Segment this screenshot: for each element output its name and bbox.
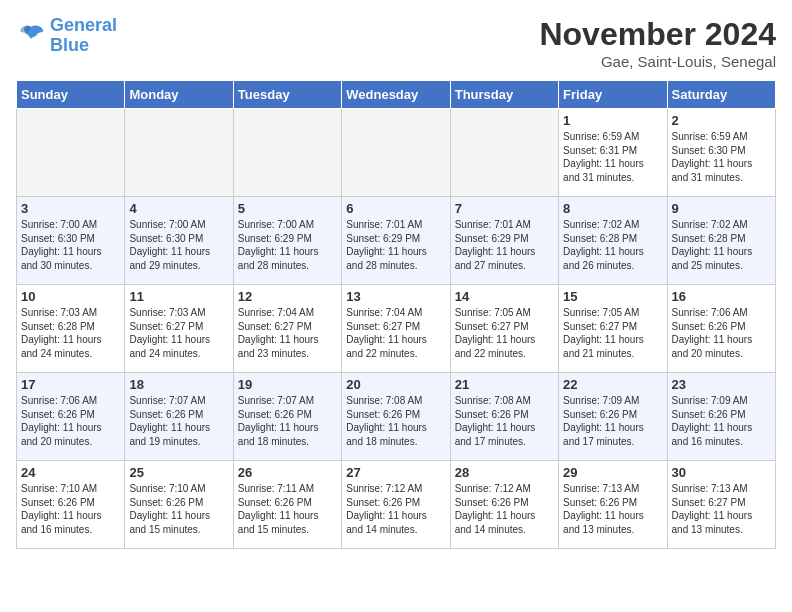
day-number: 5 (238, 201, 337, 216)
calendar-cell: 2Sunrise: 6:59 AMSunset: 6:30 PMDaylight… (667, 109, 775, 197)
day-info: Sunrise: 7:00 AMSunset: 6:29 PMDaylight:… (238, 218, 337, 272)
month-title: November 2024 (539, 16, 776, 53)
day-info: Sunrise: 7:05 AMSunset: 6:27 PMDaylight:… (563, 306, 662, 360)
calendar-week-row: 24Sunrise: 7:10 AMSunset: 6:26 PMDayligh… (17, 461, 776, 549)
day-info: Sunrise: 7:12 AMSunset: 6:26 PMDaylight:… (346, 482, 445, 536)
calendar-cell: 20Sunrise: 7:08 AMSunset: 6:26 PMDayligh… (342, 373, 450, 461)
day-number: 7 (455, 201, 554, 216)
day-number: 4 (129, 201, 228, 216)
day-info: Sunrise: 7:02 AMSunset: 6:28 PMDaylight:… (672, 218, 771, 272)
calendar-cell: 21Sunrise: 7:08 AMSunset: 6:26 PMDayligh… (450, 373, 558, 461)
calendar-cell: 13Sunrise: 7:04 AMSunset: 6:27 PMDayligh… (342, 285, 450, 373)
calendar-cell: 3Sunrise: 7:00 AMSunset: 6:30 PMDaylight… (17, 197, 125, 285)
day-number: 17 (21, 377, 120, 392)
day-info: Sunrise: 6:59 AMSunset: 6:31 PMDaylight:… (563, 130, 662, 184)
calendar-cell (342, 109, 450, 197)
header-saturday: Saturday (667, 81, 775, 109)
day-info: Sunrise: 7:10 AMSunset: 6:26 PMDaylight:… (21, 482, 120, 536)
day-number: 10 (21, 289, 120, 304)
calendar-cell: 28Sunrise: 7:12 AMSunset: 6:26 PMDayligh… (450, 461, 558, 549)
calendar-cell: 27Sunrise: 7:12 AMSunset: 6:26 PMDayligh… (342, 461, 450, 549)
day-number: 11 (129, 289, 228, 304)
day-info: Sunrise: 7:04 AMSunset: 6:27 PMDaylight:… (238, 306, 337, 360)
day-number: 29 (563, 465, 662, 480)
day-info: Sunrise: 7:06 AMSunset: 6:26 PMDaylight:… (672, 306, 771, 360)
calendar-cell: 25Sunrise: 7:10 AMSunset: 6:26 PMDayligh… (125, 461, 233, 549)
day-info: Sunrise: 7:13 AMSunset: 6:26 PMDaylight:… (563, 482, 662, 536)
day-info: Sunrise: 7:10 AMSunset: 6:26 PMDaylight:… (129, 482, 228, 536)
day-info: Sunrise: 7:03 AMSunset: 6:28 PMDaylight:… (21, 306, 120, 360)
calendar-week-row: 17Sunrise: 7:06 AMSunset: 6:26 PMDayligh… (17, 373, 776, 461)
calendar-week-row: 1Sunrise: 6:59 AMSunset: 6:31 PMDaylight… (17, 109, 776, 197)
day-info: Sunrise: 7:04 AMSunset: 6:27 PMDaylight:… (346, 306, 445, 360)
calendar-cell: 4Sunrise: 7:00 AMSunset: 6:30 PMDaylight… (125, 197, 233, 285)
day-info: Sunrise: 7:01 AMSunset: 6:29 PMDaylight:… (346, 218, 445, 272)
day-info: Sunrise: 7:13 AMSunset: 6:27 PMDaylight:… (672, 482, 771, 536)
day-number: 20 (346, 377, 445, 392)
calendar-cell: 16Sunrise: 7:06 AMSunset: 6:26 PMDayligh… (667, 285, 775, 373)
header-sunday: Sunday (17, 81, 125, 109)
calendar-cell: 15Sunrise: 7:05 AMSunset: 6:27 PMDayligh… (559, 285, 667, 373)
calendar-cell (125, 109, 233, 197)
calendar-cell: 5Sunrise: 7:00 AMSunset: 6:29 PMDaylight… (233, 197, 341, 285)
day-number: 30 (672, 465, 771, 480)
day-number: 18 (129, 377, 228, 392)
day-info: Sunrise: 7:05 AMSunset: 6:27 PMDaylight:… (455, 306, 554, 360)
calendar-cell: 30Sunrise: 7:13 AMSunset: 6:27 PMDayligh… (667, 461, 775, 549)
logo-icon (16, 21, 46, 51)
day-number: 22 (563, 377, 662, 392)
day-number: 27 (346, 465, 445, 480)
calendar-cell: 11Sunrise: 7:03 AMSunset: 6:27 PMDayligh… (125, 285, 233, 373)
location-subtitle: Gae, Saint-Louis, Senegal (539, 53, 776, 70)
calendar-table: SundayMondayTuesdayWednesdayThursdayFrid… (16, 80, 776, 549)
day-info: Sunrise: 7:03 AMSunset: 6:27 PMDaylight:… (129, 306, 228, 360)
day-info: Sunrise: 7:09 AMSunset: 6:26 PMDaylight:… (563, 394, 662, 448)
calendar-cell (450, 109, 558, 197)
calendar-week-row: 10Sunrise: 7:03 AMSunset: 6:28 PMDayligh… (17, 285, 776, 373)
calendar-cell (17, 109, 125, 197)
page-header: General Blue November 2024 Gae, Saint-Lo… (16, 16, 776, 70)
day-number: 26 (238, 465, 337, 480)
day-number: 6 (346, 201, 445, 216)
logo-text: General Blue (50, 16, 117, 56)
day-number: 23 (672, 377, 771, 392)
calendar-cell: 6Sunrise: 7:01 AMSunset: 6:29 PMDaylight… (342, 197, 450, 285)
calendar-cell: 14Sunrise: 7:05 AMSunset: 6:27 PMDayligh… (450, 285, 558, 373)
day-info: Sunrise: 7:08 AMSunset: 6:26 PMDaylight:… (455, 394, 554, 448)
calendar-header-row: SundayMondayTuesdayWednesdayThursdayFrid… (17, 81, 776, 109)
calendar-cell: 7Sunrise: 7:01 AMSunset: 6:29 PMDaylight… (450, 197, 558, 285)
day-info: Sunrise: 7:07 AMSunset: 6:26 PMDaylight:… (238, 394, 337, 448)
calendar-cell: 17Sunrise: 7:06 AMSunset: 6:26 PMDayligh… (17, 373, 125, 461)
day-number: 9 (672, 201, 771, 216)
calendar-cell: 9Sunrise: 7:02 AMSunset: 6:28 PMDaylight… (667, 197, 775, 285)
day-info: Sunrise: 7:09 AMSunset: 6:26 PMDaylight:… (672, 394, 771, 448)
calendar-cell: 29Sunrise: 7:13 AMSunset: 6:26 PMDayligh… (559, 461, 667, 549)
header-friday: Friday (559, 81, 667, 109)
day-info: Sunrise: 7:12 AMSunset: 6:26 PMDaylight:… (455, 482, 554, 536)
calendar-cell: 19Sunrise: 7:07 AMSunset: 6:26 PMDayligh… (233, 373, 341, 461)
calendar-cell (233, 109, 341, 197)
calendar-cell: 10Sunrise: 7:03 AMSunset: 6:28 PMDayligh… (17, 285, 125, 373)
day-info: Sunrise: 7:11 AMSunset: 6:26 PMDaylight:… (238, 482, 337, 536)
day-info: Sunrise: 7:06 AMSunset: 6:26 PMDaylight:… (21, 394, 120, 448)
header-wednesday: Wednesday (342, 81, 450, 109)
day-number: 28 (455, 465, 554, 480)
day-info: Sunrise: 7:08 AMSunset: 6:26 PMDaylight:… (346, 394, 445, 448)
calendar-cell: 12Sunrise: 7:04 AMSunset: 6:27 PMDayligh… (233, 285, 341, 373)
day-number: 16 (672, 289, 771, 304)
day-info: Sunrise: 7:01 AMSunset: 6:29 PMDaylight:… (455, 218, 554, 272)
day-number: 19 (238, 377, 337, 392)
day-number: 8 (563, 201, 662, 216)
day-number: 21 (455, 377, 554, 392)
day-number: 3 (21, 201, 120, 216)
day-number: 14 (455, 289, 554, 304)
day-number: 15 (563, 289, 662, 304)
calendar-cell: 23Sunrise: 7:09 AMSunset: 6:26 PMDayligh… (667, 373, 775, 461)
title-block: November 2024 Gae, Saint-Louis, Senegal (539, 16, 776, 70)
header-tuesday: Tuesday (233, 81, 341, 109)
calendar-cell: 1Sunrise: 6:59 AMSunset: 6:31 PMDaylight… (559, 109, 667, 197)
calendar-cell: 18Sunrise: 7:07 AMSunset: 6:26 PMDayligh… (125, 373, 233, 461)
day-number: 24 (21, 465, 120, 480)
day-info: Sunrise: 6:59 AMSunset: 6:30 PMDaylight:… (672, 130, 771, 184)
header-thursday: Thursday (450, 81, 558, 109)
